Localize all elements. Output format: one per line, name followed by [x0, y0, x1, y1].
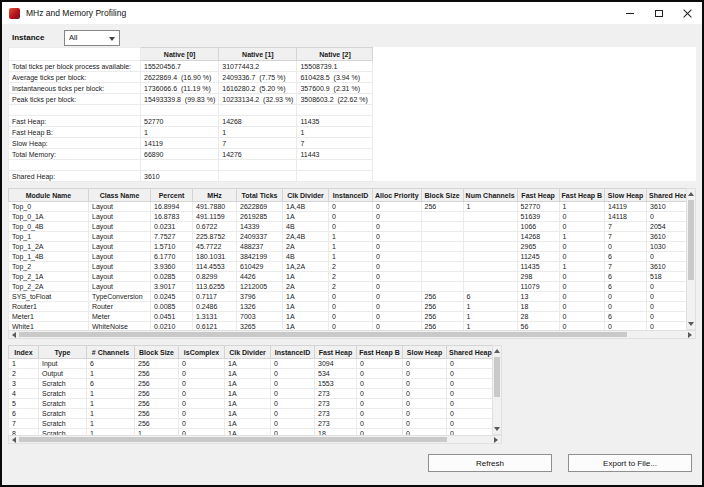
table-row[interactable]: Top_2Layout3.9360114.45536104291A,2A2011… — [9, 262, 695, 272]
table-row[interactable]: SYS_toFloatTypeConversion0.02450.7117379… — [9, 292, 695, 302]
table-cell[interactable]: 2 — [9, 369, 39, 379]
column-header[interactable]: Slow Heap — [403, 346, 447, 359]
table-cell[interactable]: 11443 — [297, 149, 373, 160]
table-cell[interactable] — [463, 222, 517, 232]
table-cell[interactable]: 0 — [403, 359, 447, 369]
table-cell[interactable]: 13 — [517, 292, 559, 302]
table-cell[interactable]: 1 — [141, 127, 219, 138]
table-cell[interactable]: 256 — [421, 302, 463, 312]
column-header[interactable]: Native [1] — [219, 48, 297, 61]
scroll-up-button[interactable] — [687, 189, 695, 199]
table-cell[interactable]: 1 — [559, 202, 604, 212]
table-cell[interactable]: Scratch — [39, 389, 87, 399]
scroll-down-button[interactable] — [687, 319, 695, 329]
table-cell[interactable] — [463, 212, 517, 222]
table-cell[interactable]: 0 — [179, 369, 225, 379]
table-row[interactable]: 3Scratch625601A01553000 — [9, 379, 495, 389]
table-cell[interactable]: 2 — [329, 272, 373, 282]
table-cell[interactable]: 1 — [329, 242, 373, 252]
column-header[interactable]: Percent — [151, 189, 193, 202]
table-cell[interactable]: 0 — [179, 379, 225, 389]
table-cell[interactable]: Input — [39, 359, 87, 369]
table-cell[interactable]: TypeConversion — [89, 292, 151, 302]
table-cell[interactable]: 28 — [517, 312, 559, 322]
table-cell[interactable]: Router1 — [9, 302, 89, 312]
table-cell[interactable]: 11079 — [517, 282, 559, 292]
table-cell[interactable]: Top_0_1A — [9, 212, 89, 222]
table-cell[interactable]: 1212005 — [237, 282, 283, 292]
table-cell[interactable]: 0 — [271, 399, 315, 409]
table-cell[interactable]: Meter1 — [9, 312, 89, 322]
column-header[interactable]: Fast Heap — [315, 346, 357, 359]
table-cell[interactable]: 1.5710 — [151, 242, 193, 252]
table-cell[interactable]: 4B — [283, 222, 329, 232]
table-cell[interactable]: 2A — [283, 242, 329, 252]
table-cell[interactable]: 1 — [9, 359, 39, 369]
table-cell[interactable]: 1 — [87, 369, 135, 379]
table-cell[interactable]: 6 — [87, 359, 135, 369]
table-cell[interactable]: 1 — [87, 409, 135, 419]
table-cell[interactable]: 0 — [373, 212, 422, 222]
table-cell[interactable] — [463, 232, 517, 242]
table-cell[interactable]: 2A — [283, 282, 329, 292]
table-cell[interactable]: 0 — [329, 302, 373, 312]
table-cell[interactable]: 1A — [225, 389, 271, 399]
table-cell[interactable]: 0 — [559, 222, 604, 232]
table-cell[interactable] — [463, 282, 517, 292]
table-cell[interactable]: 273 — [315, 389, 357, 399]
column-header[interactable]: Alloc Priority — [373, 189, 422, 202]
table-cell[interactable]: 0 — [447, 389, 495, 399]
table-cell[interactable]: 1A — [283, 312, 329, 322]
table-cell[interactable] — [219, 160, 297, 171]
table-cell[interactable]: 4 — [9, 389, 39, 399]
column-header[interactable]: Total Ticks — [237, 189, 283, 202]
table-cell[interactable]: Top_0_4B — [9, 222, 89, 232]
table-cell[interactable]: 0 — [329, 202, 373, 212]
table-cell[interactable]: 256 — [135, 399, 179, 409]
table-cell[interactable]: 6 — [87, 379, 135, 389]
table-cell[interactable]: 1 — [297, 127, 373, 138]
table-cell[interactable]: Scratch — [39, 419, 87, 429]
table-cell[interactable]: 0.0245 — [151, 292, 193, 302]
maximize-button[interactable] — [644, 2, 673, 24]
table-cell[interactable]: 0 — [357, 359, 403, 369]
table-cell[interactable]: 273 — [315, 409, 357, 419]
table-cell[interactable]: 31077443.2 — [219, 61, 297, 72]
table-row[interactable]: Fast Heap B:111 — [9, 127, 373, 138]
table-cell[interactable]: 0 — [271, 389, 315, 399]
table-cell[interactable]: 14276 — [219, 149, 297, 160]
table-cell[interactable]: 273 — [315, 419, 357, 429]
table-row[interactable]: Shared Heap:3610 — [9, 171, 373, 182]
table-cell[interactable]: 0 — [179, 359, 225, 369]
module-vscrollbar-thumb[interactable] — [688, 200, 694, 280]
column-header[interactable]: Num Channels — [463, 189, 517, 202]
table-cell[interactable]: 6 — [605, 282, 647, 292]
table-cell[interactable]: 0 — [179, 389, 225, 399]
table-cell[interactable] — [463, 242, 517, 252]
table-cell[interactable]: Total Memory: — [9, 149, 141, 160]
table-cell[interactable]: 1A — [283, 302, 329, 312]
table-cell[interactable]: Peak ticks per block: — [9, 94, 141, 105]
table-cell[interactable]: 7 — [297, 138, 373, 149]
table-cell[interactable]: 1A — [283, 212, 329, 222]
table-cell[interactable] — [297, 160, 373, 171]
table-row[interactable]: Meter1Meter0.04511.313170031A00256128060 — [9, 312, 695, 322]
table-cell[interactable]: 3 — [9, 379, 39, 389]
table-cell[interactable]: 0 — [179, 419, 225, 429]
table-cell[interactable]: 0.7117 — [193, 292, 237, 302]
table-cell[interactable]: 256 — [421, 202, 463, 212]
table-cell[interactable]: 0 — [447, 369, 495, 379]
table-cell[interactable]: Total ticks per block process available: — [9, 61, 141, 72]
table-cell[interactable]: 1066 — [517, 222, 559, 232]
table-row[interactable]: Total ticks per block process available:… — [9, 61, 373, 72]
table-row[interactable] — [9, 105, 373, 116]
table-cell[interactable]: 0 — [373, 312, 422, 322]
table-cell[interactable]: 11435 — [297, 116, 373, 127]
table-cell[interactable]: 14119 — [141, 138, 219, 149]
table-cell[interactable] — [421, 282, 463, 292]
table-row[interactable]: Fast Heap:527701426811435 — [9, 116, 373, 127]
table-cell[interactable]: 256 — [135, 369, 179, 379]
instance-dropdown[interactable]: All — [64, 30, 120, 46]
table-cell[interactable]: 1A — [225, 409, 271, 419]
table-cell[interactable]: 1553 — [315, 379, 357, 389]
